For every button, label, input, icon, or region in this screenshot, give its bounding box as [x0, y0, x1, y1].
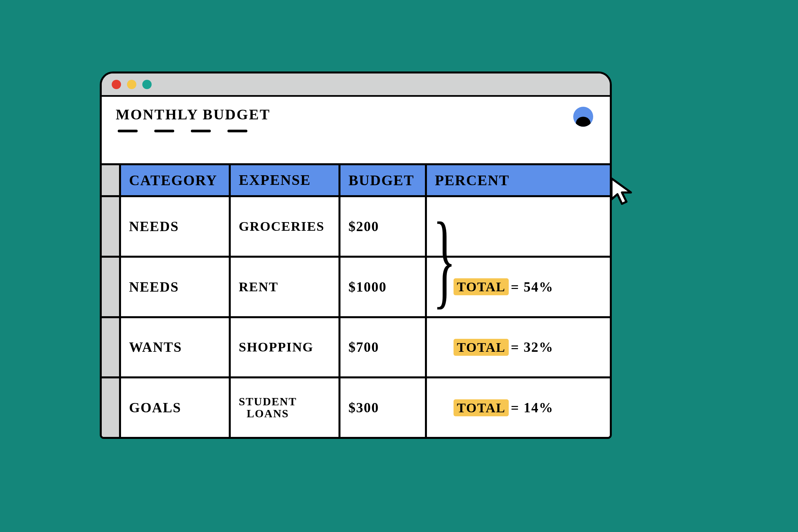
close-icon[interactable]: [112, 80, 121, 89]
cell-expense[interactable]: GROCERIES: [231, 197, 341, 256]
cell-category[interactable]: NEEDS: [121, 197, 231, 256]
cell-percent[interactable]: TOTAL = 32%: [427, 318, 610, 377]
total-label: TOTAL: [454, 399, 509, 416]
table-row: NEEDS GROCERIES $200: [121, 197, 610, 258]
window-titlebar: [102, 74, 610, 97]
table-row: GOALS STUDENT LOANS $300 TOTAL = 14%: [121, 378, 610, 437]
column-header-expense[interactable]: EXPENSE: [231, 165, 341, 195]
toolbar-item[interactable]: [154, 130, 174, 132]
cell-budget[interactable]: $1000: [341, 258, 427, 316]
avatar-icon[interactable]: [573, 107, 593, 127]
brace-icon: }: [433, 206, 456, 312]
cell-category[interactable]: GOALS: [121, 378, 231, 437]
toolbar-item[interactable]: [227, 130, 247, 132]
row-header[interactable]: [102, 318, 119, 379]
cell-expense[interactable]: STUDENT LOANS: [231, 378, 341, 437]
document-header: MONTHLY BUDGET: [102, 97, 610, 163]
app-window: MONTHLY BUDGET CATEGORY EXPENSE: [100, 72, 612, 439]
cell-budget[interactable]: $200: [341, 197, 427, 256]
table-row: WANTS SHOPPING $700 TOTAL = 32%: [121, 318, 610, 379]
toolbar-placeholder: [116, 130, 596, 132]
row-gutter: [102, 165, 121, 437]
gutter-corner[interactable]: [102, 165, 119, 197]
toolbar-item[interactable]: [118, 130, 138, 132]
row-header[interactable]: [102, 197, 119, 258]
row-header[interactable]: [102, 378, 119, 437]
row-header[interactable]: [102, 258, 119, 318]
cell-expense[interactable]: RENT: [231, 258, 341, 316]
maximize-icon[interactable]: [142, 80, 152, 89]
cursor-icon: [608, 177, 639, 207]
column-header-budget[interactable]: BUDGET: [341, 165, 427, 195]
cell-budget[interactable]: $700: [341, 318, 427, 377]
cell-budget[interactable]: $300: [341, 378, 427, 437]
spreadsheet: CATEGORY EXPENSE BUDGET PERCENT NEEDS GR…: [102, 163, 610, 437]
column-header-percent[interactable]: PERCENT: [427, 165, 610, 195]
minimize-icon[interactable]: [127, 80, 136, 89]
grid: CATEGORY EXPENSE BUDGET PERCENT NEEDS GR…: [121, 165, 610, 437]
svg-marker-0: [611, 178, 631, 204]
total-value: = 32%: [511, 339, 553, 355]
toolbar-item[interactable]: [191, 130, 211, 132]
total-label: TOTAL: [454, 339, 509, 356]
header-row: CATEGORY EXPENSE BUDGET PERCENT: [121, 165, 610, 197]
cell-percent[interactable]: TOTAL = 14%: [427, 378, 610, 437]
page-title: MONTHLY BUDGET: [116, 106, 596, 123]
cell-category[interactable]: NEEDS: [121, 258, 231, 316]
total-value: = 54%: [511, 279, 553, 295]
table-row: NEEDS RENT $1000 } TOTAL = 54%: [121, 258, 610, 318]
cell-expense[interactable]: SHOPPING: [231, 318, 341, 377]
column-header-category[interactable]: CATEGORY: [121, 165, 231, 195]
cell-category[interactable]: WANTS: [121, 318, 231, 377]
total-value: = 14%: [511, 400, 553, 416]
total-label: TOTAL: [454, 278, 509, 295]
cell-percent[interactable]: } TOTAL = 54%: [427, 258, 610, 316]
